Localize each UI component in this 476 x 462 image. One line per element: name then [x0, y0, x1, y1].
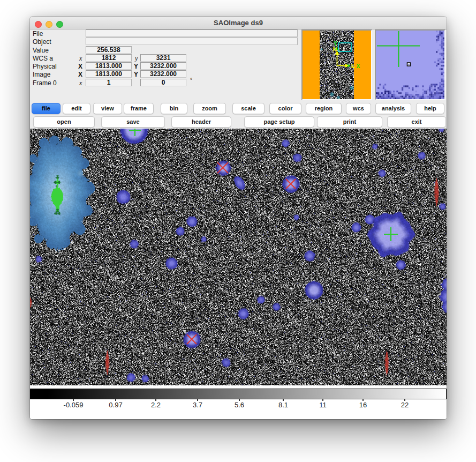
svg-text:E: E	[351, 63, 355, 69]
svg-text:Y: Y	[334, 41, 337, 47]
svg-text:N: N	[333, 47, 337, 53]
svg-text:X: X	[357, 63, 360, 69]
